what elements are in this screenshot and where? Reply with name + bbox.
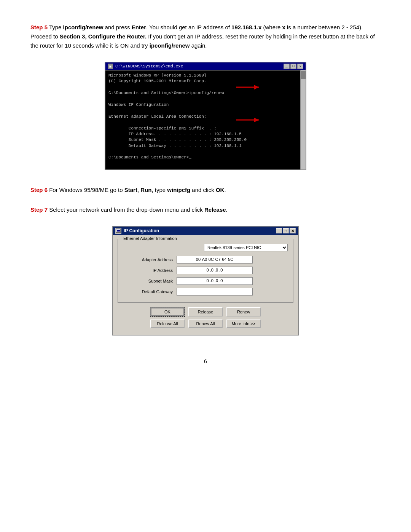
cmd-scrollbar[interactable] (300, 70, 306, 169)
step6-bold3: winipcfg (167, 187, 190, 193)
step5-bold6: ipconfig/renew (150, 42, 190, 49)
step5-label: Step 5 (30, 24, 48, 30)
step6-text1: For Windows 95/98/ME go to (48, 187, 124, 193)
ip-config-titlebar: IP Configuration _ □ ✕ (113, 227, 298, 235)
red-arrow-1 (232, 81, 263, 93)
ip-config-body: Ethernet Adapter Information Realtek 813… (113, 235, 298, 335)
ip-address-value: 0 .0 .0 .0 (177, 267, 253, 274)
cmd-icon: ▣ (108, 64, 113, 69)
svg-marker-3 (254, 118, 259, 122)
ip-renew-all-button[interactable]: Renew All (188, 320, 223, 328)
step6-paragraph: Step 6 For Windows 95/98/ME go to Start,… (30, 185, 381, 195)
ip-groupbox: Ethernet Adapter Information Realtek 813… (118, 239, 293, 303)
step7-label: Step 7 (30, 206, 48, 213)
step6-label: Step 6 (30, 187, 48, 193)
step5-bold3: 192.168.1.x (231, 24, 261, 30)
cmd-titlebar-left: ▣ C:\WINDOWS\System32\cmd.exe (108, 64, 183, 69)
step5-paragraph: Step 5 Type ipconfig/renew and press Ent… (30, 23, 381, 50)
ip-nic-select-wrapper[interactable]: Realtek 8139-series PCI NIC (204, 244, 288, 251)
step5-bold5: Section 3, Configure the Router. (60, 33, 147, 40)
ip-subnet-mask-label: Subnet Mask (123, 279, 177, 283)
step6-text5: . (224, 187, 226, 193)
ip-gateway-value (177, 288, 253, 296)
ip-adapter-address-row: Adapter Address 00-A0-0C-C7-64-5C (123, 256, 288, 264)
cmd-body: Microsoft Windows XP [Version 5.1.2600] … (105, 70, 306, 169)
cmd-title: C:\WINDOWS\System32\cmd.exe (115, 64, 183, 69)
cmd-wrapper: ▣ C:\WINDOWS\System32\cmd.exe _ □ ✕ Micr… (105, 62, 306, 170)
step5-text3: . You should get an IP address of (146, 24, 231, 30)
step7-paragraph: Step 7 Select your network card from the… (30, 205, 381, 214)
step5-bold1: ipconfig/renew (63, 24, 104, 30)
ip-ok-button[interactable]: OK (150, 307, 185, 316)
step6-bold1: Start (124, 187, 137, 193)
ip-subnet-mask-row: Subnet Mask 0 .0 .0 .0 (123, 277, 288, 285)
step5-bold2: Enter (132, 24, 146, 30)
cmd-titlebar-buttons: _ □ ✕ (284, 64, 303, 69)
ip-config-close-btn[interactable]: ✕ (290, 228, 296, 233)
ip-config-container: IP Configuration _ □ ✕ Ethernet Adapter … (30, 226, 381, 335)
ip-config-title: IP Configuration (124, 228, 159, 233)
ip-nic-select[interactable]: Realtek 8139-series PCI NIC (204, 244, 288, 251)
cmd-minimize-btn[interactable]: _ (284, 64, 290, 69)
ip-config-dialog: IP Configuration _ □ ✕ Ethernet Adapter … (112, 226, 299, 335)
cmd-window-container: ▣ C:\WINDOWS\System32\cmd.exe _ □ ✕ Micr… (30, 62, 381, 170)
cmd-titlebar: ▣ C:\WINDOWS\System32\cmd.exe _ □ ✕ (105, 62, 306, 70)
ip-config-maximize-btn[interactable]: □ (283, 228, 289, 233)
step7-text2: . (226, 206, 228, 213)
ip-more-info-button[interactable]: More Info >> (226, 320, 261, 328)
ip-buttons-row2: Release All Renew All More Info >> (118, 320, 293, 328)
cmd-content: Microsoft Windows XP [Version 5.1.2600] … (108, 73, 303, 161)
step5-bold4: x (282, 24, 285, 30)
cmd-window: ▣ C:\WINDOWS\System32\cmd.exe _ □ ✕ Micr… (105, 62, 306, 170)
page-number: 6 (30, 358, 381, 364)
ip-config-titlebar-buttons: _ □ ✕ (276, 228, 296, 233)
cmd-close-btn[interactable]: ✕ (297, 64, 303, 69)
ip-address-label: IP Address (123, 268, 177, 273)
ip-nic-row: Realtek 8139-series PCI NIC (123, 244, 288, 251)
ip-address-row: IP Address 0 .0 .0 .0 (123, 267, 288, 274)
step5-text1: Type (48, 24, 63, 30)
ip-config-titlebar-left: IP Configuration (115, 228, 159, 234)
step6-text4: and click (190, 187, 216, 193)
step7-bold1: Release (204, 206, 226, 213)
ip-adapter-address-value: 00-A0-0C-C7-64-5C (177, 256, 253, 264)
cmd-maximize-btn[interactable]: □ (290, 64, 296, 69)
ip-renew-button[interactable]: Renew (226, 307, 261, 316)
ip-config-minimize-btn[interactable]: _ (276, 228, 282, 233)
step5-text7: again. (190, 42, 207, 49)
ip-config-icon (115, 228, 121, 234)
step5-text2: and press (103, 24, 131, 30)
ip-subnet-mask-value: 0 .0 .0 .0 (177, 277, 253, 285)
ip-gateway-label: Default Gateway (123, 289, 177, 294)
step6-text3: , type (151, 187, 167, 193)
step6-bold2: Run (140, 187, 151, 193)
red-arrow-2 (232, 114, 263, 126)
cmd-scrollbar-thumb (301, 71, 306, 79)
ip-groupbox-title: Ethernet Adapter Information (122, 236, 178, 241)
step7-text1: Select your network card from the drop-d… (48, 206, 204, 213)
ip-release-all-button[interactable]: Release All (150, 320, 185, 328)
step5-text4: (where (261, 24, 282, 30)
svg-rect-6 (117, 230, 120, 232)
step6-bold4: OK (216, 187, 225, 193)
ip-gateway-row: Default Gateway (123, 288, 288, 296)
ip-release-button[interactable]: Release (188, 307, 223, 316)
svg-marker-1 (254, 85, 259, 89)
ip-buttons-row1: OK Release Renew (118, 307, 293, 316)
ip-adapter-address-label: Adapter Address (123, 257, 177, 262)
